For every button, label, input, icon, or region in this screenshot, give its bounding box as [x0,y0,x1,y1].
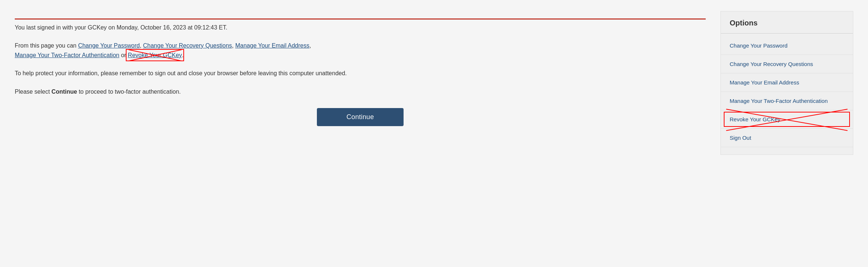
select-continue-text: Please select Continue to proceed to two… [15,87,706,97]
or-text: or [121,52,128,58]
select-prefix: Please select [15,89,52,95]
sidebar-item-change-recovery[interactable]: Change Your Recovery Questions [721,55,853,73]
select-suffix: to proceed to two-factor authentication. [77,89,181,95]
manage-2fa-link[interactable]: Manage Your Two-Factor Authentication [15,52,119,58]
sidebar-item-sign-out[interactable]: Sign Out [721,129,853,147]
manage-email-link[interactable]: Manage Your Email Address [235,42,309,49]
sidebar-item-change-password[interactable]: Change Your Password [721,37,853,55]
continue-button[interactable]: Continue [317,108,403,126]
last-signed-in-text: You last signed in with your GCKey on Mo… [15,23,706,32]
sidebar-item-revoke-gckey[interactable]: Revoke Your GCKey [721,110,853,129]
change-recovery-link[interactable]: Change Your Recovery Questions [143,42,232,49]
top-red-border [15,18,706,20]
sidebar-item-manage-2fa[interactable]: Manage Your Two-Factor Authentication [721,92,853,110]
protect-info-text: To help protect your information, please… [15,69,706,78]
options-sidebar: Options Change Your Password Change Your… [720,11,853,155]
revoke-gckey-inline-box: Revoke Your GCKey [128,51,182,60]
revoke-diag-1 [726,109,847,131]
from-page-prefix: From this page you can [15,42,78,49]
continue-btn-wrapper: Continue [15,108,706,126]
page-wrapper: You last signed in with your GCKey on Mo… [0,0,868,267]
period: . [182,52,183,58]
revoke-gckey-link[interactable]: Revoke Your GCKey [128,52,182,58]
sidebar-title: Options [721,19,853,34]
continue-bold: Continue [52,89,77,95]
from-page-text: From this page you can Change Your Passw… [15,41,706,60]
change-password-link[interactable]: Change Your Password [78,42,140,49]
revoke-diag-2 [726,109,847,131]
sidebar-item-manage-email[interactable]: Manage Your Email Address [721,73,853,92]
main-content: You last signed in with your GCKey on Mo… [15,11,706,256]
